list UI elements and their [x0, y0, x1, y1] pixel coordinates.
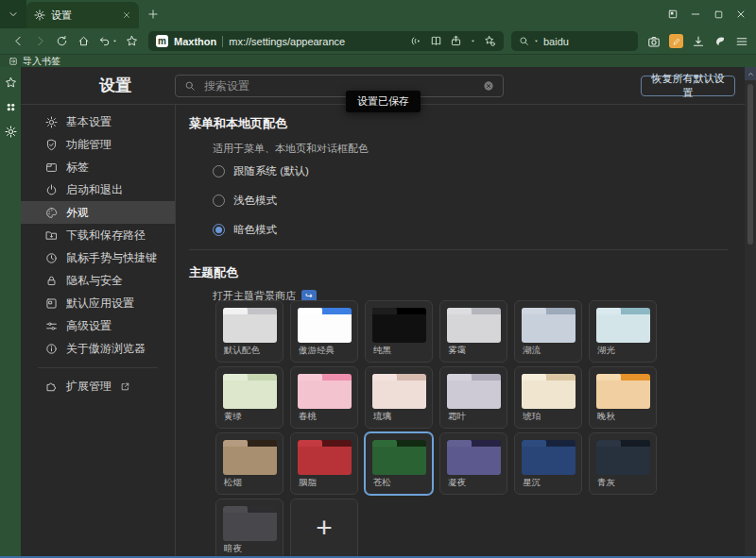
caret-down-icon[interactable]	[533, 38, 540, 44]
theme-tile[interactable]: 傲游经典	[290, 300, 358, 363]
sidebar-item[interactable]: 启动和退出	[21, 178, 175, 201]
note-button[interactable]	[669, 34, 683, 48]
theme-swatch	[298, 308, 352, 343]
color-mode-option[interactable]: 浅色模式	[213, 193, 309, 208]
theme-tile[interactable]: 霜叶	[439, 366, 507, 429]
power-icon	[45, 184, 58, 196]
add-theme-tile[interactable]: +	[290, 499, 358, 558]
radio-button[interactable]	[213, 165, 225, 178]
restore-defaults-button[interactable]: 恢复所有默认设置	[641, 76, 735, 96]
settings-sidebar-items: 基本设置功能管理标签启动和退出外观下载和保存路径鼠标手势与快捷键隐私与安全默认应…	[21, 110, 175, 360]
apps-panel-icon[interactable]	[5, 101, 17, 113]
sidebar-item-label: 基本设置	[66, 114, 112, 130]
theme-tile[interactable]: 雾霭	[439, 300, 507, 363]
theme-tile[interactable]: 青灰	[589, 432, 657, 495]
theme-tile[interactable]: 琉璃	[365, 366, 433, 429]
theme-tile[interactable]: 黄绿	[215, 366, 284, 429]
sidebar-item[interactable]: 标签	[21, 156, 175, 178]
close-window-button[interactable]	[730, 0, 752, 28]
plus-icon: +	[316, 514, 333, 542]
scroll-up-button[interactable]	[745, 67, 756, 80]
settings-panel-icon[interactable]	[5, 126, 17, 138]
theme-grid: 默认配色傲游经典纯黑雾霭潮流湖光黄绿春桃琉璃霜叶琥珀晚秋松烟胭脂苍松凝夜星沉青灰…	[215, 300, 657, 558]
new-tab-button[interactable]	[139, 0, 167, 28]
tab-list-button[interactable]	[0, 0, 26, 28]
sidebar-item[interactable]: 基本设置	[21, 110, 175, 133]
undo-close-tab-button[interactable]	[94, 35, 121, 47]
sidebar-item[interactable]: 鼠标手势与快捷键	[21, 246, 175, 269]
theme-swatch	[223, 440, 277, 475]
theme-tile[interactable]: 纯黑	[365, 300, 433, 363]
caret-down-icon[interactable]	[470, 38, 476, 44]
quick-search-box[interactable]: baidu	[511, 31, 638, 51]
theme-tile[interactable]: 琥珀	[514, 366, 582, 429]
search-engine-value[interactable]: baidu	[543, 36, 569, 47]
saved-toast: 设置已保存	[346, 91, 421, 112]
theme-tile[interactable]: 松烟	[215, 432, 284, 495]
reload-icon	[56, 35, 68, 47]
workspace-button[interactable]	[662, 0, 684, 28]
settings-search-input[interactable]	[202, 78, 476, 93]
scrollbar[interactable]	[745, 67, 756, 558]
theme-tile[interactable]: 暗夜	[215, 499, 284, 558]
sidebar-item-extensions[interactable]: 扩展管理	[21, 375, 175, 397]
home-button[interactable]	[73, 30, 94, 52]
puzzle-icon	[45, 380, 58, 393]
theme-tile[interactable]: 默认配色	[215, 300, 284, 363]
theme-swatch	[596, 308, 650, 343]
theme-swatch	[447, 440, 501, 475]
favorites-settings-icon[interactable]	[484, 35, 496, 47]
color-mode-option[interactable]: 暗色模式	[213, 222, 309, 237]
theme-tile[interactable]: 晚秋	[589, 366, 657, 429]
theme-name: 琥珀	[523, 411, 541, 423]
sidebar-item[interactable]: 隐私与安全	[21, 269, 175, 292]
forward-button[interactable]	[29, 30, 51, 52]
radio-button[interactable]	[213, 194, 225, 207]
share-icon[interactable]	[450, 35, 462, 47]
address-bar[interactable]: m Maxthon mx://settings/appearance	[148, 31, 504, 51]
import-bookmarks-button[interactable]: 导入书签	[23, 55, 60, 68]
sidebar-item[interactable]: 外观	[21, 201, 175, 224]
active-tab-settings[interactable]: 设置	[26, 2, 139, 28]
theme-swatch	[596, 440, 650, 475]
palette-icon	[45, 207, 58, 219]
sidebar-item[interactable]: 高级设置	[21, 314, 175, 337]
theme-tile[interactable]: 湖光	[589, 300, 657, 363]
theme-tile[interactable]: 苍松	[365, 432, 433, 495]
close-icon	[735, 8, 747, 20]
url-separator	[222, 36, 223, 47]
sidebar-item[interactable]: 关于傲游浏览器	[21, 337, 175, 360]
sidebar-item[interactable]: 下载和保存路径	[21, 224, 175, 246]
quill-icon[interactable]	[713, 35, 727, 48]
sliders-icon	[45, 320, 58, 332]
radio-button[interactable]	[213, 224, 225, 236]
favorites-panel-icon[interactable]	[5, 76, 17, 89]
back-button[interactable]	[8, 30, 29, 52]
sidebar-item[interactable]: 功能管理	[21, 133, 175, 156]
favorite-button[interactable]	[121, 30, 143, 52]
theme-swatch	[298, 440, 352, 475]
scrollbar-thumb[interactable]	[747, 84, 753, 245]
theme-tile[interactable]: 胭脂	[290, 432, 358, 495]
theme-swatch	[522, 374, 576, 409]
settings-search-box[interactable]	[175, 75, 504, 97]
tab-close-icon[interactable]	[122, 10, 131, 20]
reader-mode-icon[interactable]	[430, 35, 442, 47]
theme-tile[interactable]: 星沉	[514, 432, 582, 495]
maxthon-logo: m	[156, 35, 168, 47]
clear-search-icon[interactable]	[483, 80, 494, 92]
sidebar-item[interactable]: 默认应用设置	[21, 292, 175, 314]
main-menu-icon[interactable]	[735, 35, 748, 48]
theme-tile[interactable]: 春桃	[290, 366, 358, 429]
screenshot-icon[interactable]	[647, 35, 661, 48]
read-aloud-icon[interactable]	[410, 35, 422, 47]
minimize-button[interactable]	[684, 0, 707, 28]
maximize-button[interactable]	[707, 0, 730, 28]
theme-tile[interactable]: 潮流	[514, 300, 582, 363]
color-mode-option[interactable]: 跟随系统 (默认)	[213, 163, 309, 178]
download-icon[interactable]	[692, 35, 705, 48]
extension-label: 扩展管理	[66, 379, 112, 395]
theme-tile[interactable]: 凝夜	[439, 432, 507, 495]
reload-button[interactable]	[51, 30, 73, 52]
url-text[interactable]: mx://settings/appearance	[229, 36, 404, 47]
